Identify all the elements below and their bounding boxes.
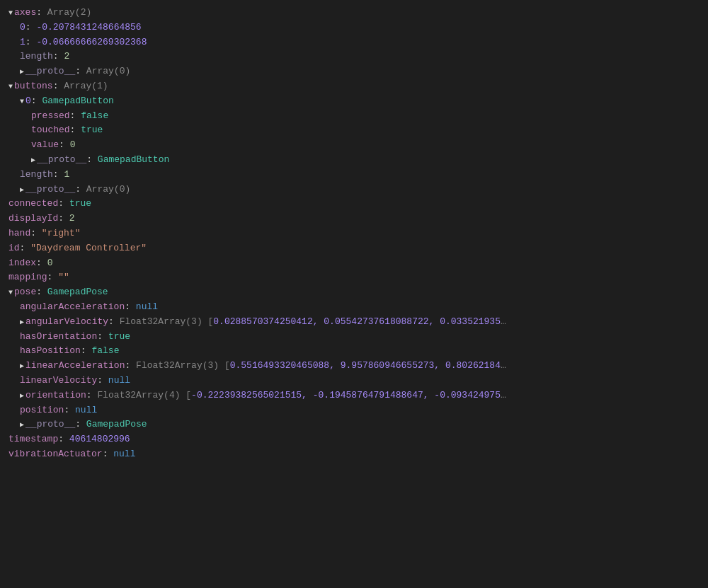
- triangle-axes[interactable]: [8, 8, 13, 19]
- line-hasPosition: hasPosition: false: [8, 344, 700, 359]
- line-pose-proto: __proto__: GamepadPose: [8, 417, 700, 432]
- line-pressed: pressed: false: [8, 109, 700, 124]
- line-touched: touched: true: [8, 123, 700, 138]
- line-index: index: 0: [8, 256, 700, 271]
- line-buttons-0-header: 0: GamepadButton: [8, 94, 700, 109]
- triangle-angularVelocity[interactable]: [20, 317, 24, 328]
- line-connected: connected: true: [8, 197, 700, 212]
- line-buttons-0-proto: __proto__: GamepadButton: [8, 153, 700, 168]
- line-value: value: 0: [8, 138, 700, 153]
- line-id: id: "Daydream Controller": [8, 241, 700, 256]
- line-buttons-length: length: 1: [8, 168, 700, 183]
- line-linearAcceleration: linearAcceleration: Float32Array(3) [0.5…: [8, 359, 700, 374]
- line-timestamp: timestamp: 40614802996: [8, 432, 700, 447]
- line-position: position: null: [8, 403, 700, 418]
- line-angularAcceleration: angularAcceleration: null: [8, 300, 700, 315]
- line-buttons-proto: __proto__: Array(0): [8, 183, 700, 197]
- triangle-buttons[interactable]: [8, 81, 13, 93]
- line-angularVelocity: angularVelocity: Float32Array(3) [0.0288…: [8, 315, 700, 330]
- line-vibrationActuator: vibrationActuator: null: [8, 447, 700, 462]
- line-axes-proto: __proto__: Array(0): [8, 64, 700, 79]
- line-hasOrientation: hasOrientation: true: [8, 330, 700, 345]
- triangle-pose[interactable]: [8, 287, 13, 299]
- line-buttons-header: buttons: Array(1): [8, 79, 700, 94]
- line-axes-0: 0: -0.2078431248664856: [8, 21, 700, 35]
- line-linearVelocity: linearVelocity: null: [8, 374, 700, 388]
- line-mapping: mapping: "": [8, 270, 700, 285]
- triangle-axes-proto[interactable]: [20, 67, 24, 78]
- line-hand: hand: "right": [8, 226, 700, 241]
- triangle-linearAcceleration[interactable]: [20, 361, 24, 372]
- line-orientation: orientation: Float32Array(4) [-0.2223938…: [8, 388, 700, 403]
- triangle-pose-proto[interactable]: [20, 420, 24, 431]
- line-axes-1: 1: -0.06666666269302368: [8, 35, 700, 50]
- triangle-orientation[interactable]: [20, 391, 24, 402]
- line-axes-length: length: 2: [8, 50, 700, 64]
- line-displayId: displayId: 2: [8, 212, 700, 226]
- triangle-buttons-proto[interactable]: [20, 185, 24, 196]
- line-axes-header: axes: Array(2): [8, 6, 700, 21]
- triangle-buttons-0[interactable]: [20, 96, 24, 108]
- debugger-panel: axes: Array(2) 0: -0.2078431248664856 1:…: [8, 6, 700, 462]
- triangle-buttons-0-proto[interactable]: [31, 155, 35, 166]
- line-pose-header: pose: GamepadPose: [8, 285, 700, 300]
